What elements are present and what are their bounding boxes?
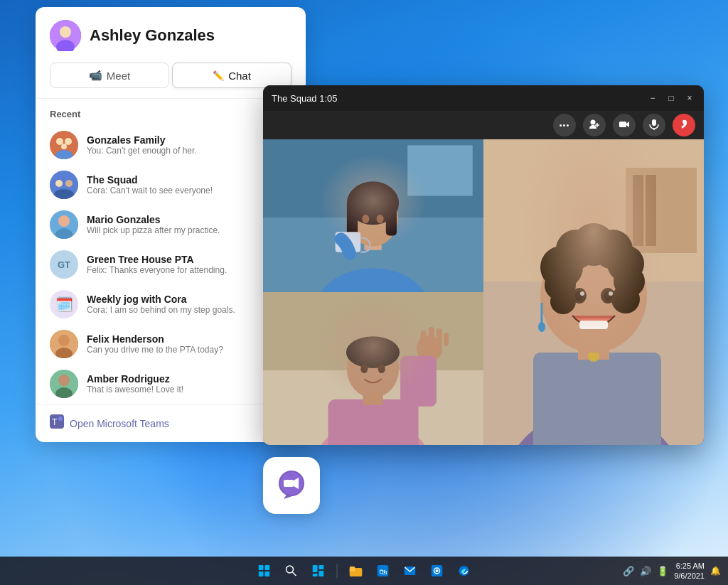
svg-point-1 [60, 26, 71, 38]
system-clock[interactable]: 6:25 AM 9/6/2021 [674, 561, 705, 581]
tab-chat[interactable]: ✏️ Chat [172, 63, 291, 88]
widgets-button[interactable] [307, 559, 330, 582]
add-person-button[interactable] [583, 114, 606, 136]
avatar-green-tree: GT [50, 250, 78, 279]
svg-point-37 [348, 188, 398, 246]
list-item[interactable]: 🗓️ Weekly jog with Cora Cora: I am so be… [50, 284, 291, 324]
svg-point-6 [61, 144, 67, 149]
window-controls: − □ × [647, 93, 695, 103]
chat-preview: Will pick up pizza after my practice. [87, 225, 291, 235]
video-controls-bar: ••• [263, 111, 704, 139]
svg-rect-57 [429, 327, 434, 343]
video-cell-main [483, 139, 704, 445]
svg-point-4 [56, 138, 63, 145]
chat-name: Mario Gonzales [87, 214, 291, 225]
svg-rect-95 [259, 571, 264, 576]
taskbar-mail[interactable] [399, 559, 422, 582]
avatar-mario [50, 210, 78, 239]
tab-meet[interactable]: 📹 Meet [50, 63, 169, 88]
svg-point-71 [556, 230, 596, 269]
avatar-weekly-jog: 🗓️ [50, 290, 78, 318]
svg-rect-33 [263, 218, 483, 292]
chat-preview: Can you drive me to the PTA today? [87, 345, 291, 355]
chat-name: Green Tree House PTA [87, 254, 291, 265]
start-button[interactable] [253, 559, 276, 582]
taskbar-edge[interactable] [453, 559, 476, 582]
svg-point-80 [601, 288, 615, 304]
more-icon: ••• [560, 121, 570, 129]
svg-rect-27 [619, 122, 626, 127]
svg-rect-43 [336, 232, 361, 252]
tab-bar: 📹 Meet ✏️ Chat [50, 63, 291, 88]
svg-point-68 [588, 350, 599, 362]
list-item[interactable]: GT Green Tree House PTA Felix: Thanks ev… [50, 245, 291, 284]
user-header: Ashley Gonzales [50, 20, 291, 51]
svg-point-23 [58, 417, 63, 421]
svg-rect-40 [386, 200, 397, 236]
svg-rect-93 [259, 565, 264, 570]
close-button[interactable]: × [684, 93, 695, 103]
end-call-button[interactable] [673, 114, 695, 136]
list-item[interactable]: The Squad Cora: Can't wait to see everyo… [50, 165, 291, 205]
svg-point-10 [65, 180, 73, 187]
camera-button[interactable] [613, 114, 636, 136]
list-item[interactable]: Felix Henderson Can you drive me to the … [50, 324, 291, 364]
svg-text:🛍: 🛍 [379, 567, 387, 576]
list-item[interactable]: Amber Rodriguez That is awesome! Love it… [50, 364, 291, 404]
svg-rect-32 [263, 139, 483, 218]
svg-rect-31 [263, 139, 483, 292]
mic-button[interactable] [643, 114, 665, 136]
taskbar-photos[interactable] [426, 559, 449, 582]
user-name: Ashley Gonzales [90, 26, 215, 45]
list-item[interactable]: Gonzales Family You: Can't get enough of… [50, 125, 291, 165]
svg-point-82 [604, 291, 612, 301]
svg-marker-28 [626, 122, 629, 127]
taskbar-store[interactable]: 🛍 [372, 559, 395, 582]
svg-rect-46 [263, 292, 483, 370]
teams-floating-icon[interactable] [263, 457, 320, 514]
svg-rect-96 [265, 571, 270, 576]
svg-rect-102 [319, 571, 324, 576]
chat-list: Gonzales Family You: Can't get enough of… [50, 125, 291, 404]
svg-rect-99 [313, 565, 318, 572]
add-person-icon [589, 119, 600, 132]
svg-point-87 [538, 322, 545, 332]
taskbar-file-explorer[interactable] [345, 559, 368, 582]
notification-icon[interactable]: 🔔 [710, 566, 721, 576]
svg-rect-34 [407, 145, 472, 195]
maximize-button[interactable]: □ [665, 93, 677, 103]
svg-point-51 [346, 336, 400, 368]
avatar-the-squad [50, 171, 78, 199]
chat-info: Felix Henderson Can you drive me to the … [87, 333, 291, 355]
taskbar-divider [337, 564, 338, 578]
svg-rect-49 [363, 385, 382, 404]
svg-rect-56 [421, 331, 427, 345]
tray-time: 6:25 AM [676, 561, 705, 571]
search-button[interactable] [280, 559, 303, 582]
chat-name: The Squad [87, 174, 291, 186]
minimize-button[interactable]: − [647, 93, 658, 103]
svg-rect-45 [263, 292, 483, 445]
svg-point-76 [611, 285, 640, 313]
svg-rect-63 [633, 175, 643, 246]
meet-tab-label: Meet [107, 70, 130, 82]
svg-point-24 [591, 119, 596, 124]
chat-info: Weekly jog with Cora Cora: I am so behin… [87, 294, 291, 315]
svg-rect-64 [646, 175, 656, 246]
list-item[interactable]: Mario Gonzales Will pick up pizza after … [50, 205, 291, 245]
chat-preview: Cora: I am so behind on my step goals. [87, 305, 291, 315]
svg-point-83 [580, 291, 584, 296]
svg-text:T: T [52, 417, 58, 427]
svg-rect-44 [263, 292, 483, 445]
end-call-icon [678, 119, 690, 132]
svg-point-79 [572, 288, 587, 304]
svg-point-38 [347, 181, 399, 225]
svg-rect-36 [364, 232, 381, 249]
chat-name: Weekly jog with Cora [87, 294, 291, 305]
svg-point-97 [287, 566, 294, 573]
more-options-button[interactable]: ••• [553, 114, 576, 136]
video-call-window: The Squad 1:05 − □ × ••• [263, 85, 704, 445]
svg-rect-59 [444, 333, 449, 345]
svg-rect-29 [652, 119, 656, 126]
chat-tab-icon: ✏️ [213, 70, 224, 81]
